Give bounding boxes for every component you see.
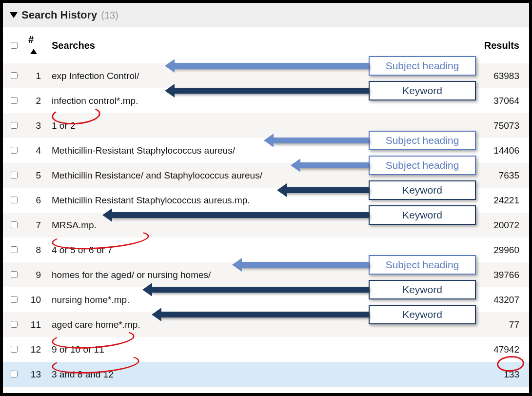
header-count: (13) xyxy=(101,10,118,21)
row-results[interactable]: 133 xyxy=(480,362,529,387)
table-row: 133 and 8 and 12133 xyxy=(3,362,529,387)
row-checkbox-cell xyxy=(3,312,24,337)
row-query[interactable]: 9 or 10 or 11 xyxy=(48,337,480,362)
row-query[interactable]: 3 and 8 and 12 xyxy=(48,362,480,387)
row-checkbox-cell xyxy=(3,163,24,188)
row-number: 11 xyxy=(24,312,48,337)
row-checkbox[interactable] xyxy=(11,122,18,129)
row-number: 5 xyxy=(24,163,48,188)
row-checkbox[interactable] xyxy=(11,97,18,104)
row-checkbox[interactable] xyxy=(11,346,18,353)
table-row: 1exp Infection Control/63983 xyxy=(3,63,529,88)
row-checkbox-cell xyxy=(3,138,24,163)
row-query[interactable]: Methicillin Resistant Staphylococcus aur… xyxy=(48,188,480,213)
row-checkbox[interactable] xyxy=(11,371,18,377)
app-frame: Search History (13) # Searches Results 1… xyxy=(0,0,532,396)
row-checkbox[interactable] xyxy=(11,172,18,178)
row-results[interactable]: 63983 xyxy=(480,63,529,88)
table-row: 10nursing home*.mp.43207 xyxy=(3,287,529,312)
row-results[interactable]: 14406 xyxy=(480,138,529,163)
header-title: Search History xyxy=(21,9,97,21)
row-results[interactable]: 47942 xyxy=(480,337,529,362)
row-checkbox-cell xyxy=(3,362,24,387)
row-number: 3 xyxy=(24,113,48,138)
row-checkbox-cell xyxy=(3,213,24,238)
row-query[interactable]: 4 or 5 or 6 or 7 xyxy=(48,238,480,262)
row-checkbox-cell xyxy=(3,113,24,138)
row-checkbox-cell xyxy=(3,337,24,362)
row-checkbox[interactable] xyxy=(11,197,18,203)
row-number: 13 xyxy=(24,362,48,387)
row-checkbox-cell xyxy=(3,63,24,88)
row-query[interactable]: exp Infection Control/ xyxy=(48,63,480,88)
table-row: 9homes for the aged/ or nursing homes/39… xyxy=(3,262,529,287)
row-checkbox[interactable] xyxy=(11,147,18,154)
row-results[interactable]: 37064 xyxy=(480,88,529,113)
row-checkbox[interactable] xyxy=(11,296,18,303)
row-query[interactable]: MRSA.mp. xyxy=(48,213,480,238)
row-checkbox-cell xyxy=(3,287,24,312)
table-row: 31 or 275073 xyxy=(3,113,529,138)
row-results[interactable]: 20072 xyxy=(480,213,529,238)
row-query[interactable]: homes for the aged/ or nursing homes/ xyxy=(48,262,480,287)
col-header-number-label: # xyxy=(28,34,34,45)
sort-asc-icon[interactable] xyxy=(30,49,37,54)
row-query[interactable]: nursing home*.mp. xyxy=(48,287,480,312)
row-results[interactable]: 29960 xyxy=(480,238,529,262)
history-table-wrap: # Searches Results 1exp Infection Contro… xyxy=(3,27,529,387)
row-checkbox[interactable] xyxy=(11,72,18,79)
row-query[interactable]: Methicillin Resistance/ and Staphylococc… xyxy=(48,163,480,188)
row-checkbox[interactable] xyxy=(11,221,18,228)
search-history-header[interactable]: Search History (13) xyxy=(3,3,529,27)
row-checkbox-cell xyxy=(3,238,24,262)
row-results[interactable]: 43207 xyxy=(480,287,529,312)
table-row: 7MRSA.mp.20072 xyxy=(3,213,529,238)
row-query[interactable]: 1 or 2 xyxy=(48,113,480,138)
table-row: 6Methicillin Resistant Staphylococcus au… xyxy=(3,188,529,213)
col-header-number[interactable]: # xyxy=(24,27,48,63)
row-checkbox[interactable] xyxy=(11,271,18,278)
row-results[interactable]: 7635 xyxy=(480,163,529,188)
row-number: 6 xyxy=(24,188,48,213)
table-row: 11aged care home*.mp.77 xyxy=(3,312,529,337)
row-checkbox[interactable] xyxy=(11,246,18,253)
table-row: 2infection control*.mp.37064 xyxy=(3,88,529,113)
row-number: 9 xyxy=(24,262,48,287)
row-checkbox-cell xyxy=(3,88,24,113)
table-row: 84 or 5 or 6 or 729960 xyxy=(3,238,529,262)
col-header-searches[interactable]: Searches xyxy=(48,27,480,63)
search-history-table: # Searches Results 1exp Infection Contro… xyxy=(3,27,529,387)
row-results[interactable]: 77 xyxy=(480,312,529,337)
row-checkbox-cell xyxy=(3,188,24,213)
row-number: 7 xyxy=(24,213,48,238)
row-number: 10 xyxy=(24,287,48,312)
select-all-checkbox[interactable] xyxy=(11,42,18,49)
row-number: 12 xyxy=(24,337,48,362)
row-results[interactable]: 24221 xyxy=(480,188,529,213)
row-checkbox-cell xyxy=(3,262,24,287)
row-checkbox[interactable] xyxy=(11,321,18,328)
row-number: 1 xyxy=(24,63,48,88)
row-query[interactable]: aged care home*.mp. xyxy=(48,312,480,337)
collapse-icon[interactable] xyxy=(10,12,18,18)
table-row: 4Methicillin-Resistant Staphylococcus au… xyxy=(3,138,529,163)
row-results[interactable]: 75073 xyxy=(480,113,529,138)
table-row: 5Methicillin Resistance/ and Staphylococ… xyxy=(3,163,529,188)
row-number: 8 xyxy=(24,238,48,262)
col-header-results[interactable]: Results xyxy=(480,27,529,63)
row-number: 4 xyxy=(24,138,48,163)
row-results[interactable]: 39766 xyxy=(480,262,529,287)
row-number: 2 xyxy=(24,88,48,113)
row-query[interactable]: infection control*.mp. xyxy=(48,88,480,113)
table-row: 129 or 10 or 1147942 xyxy=(3,337,529,362)
col-header-checkbox xyxy=(3,27,24,63)
row-query[interactable]: Methicillin-Resistant Staphylococcus aur… xyxy=(48,138,480,163)
